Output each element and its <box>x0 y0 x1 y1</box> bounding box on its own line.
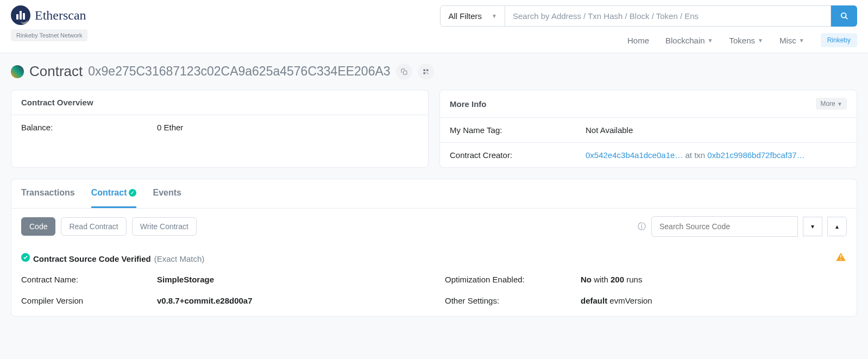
rinkeby-badge[interactable]: Rinkeby <box>821 33 857 47</box>
nav-misc[interactable]: Misc ▼ <box>779 36 804 45</box>
qr-button[interactable] <box>418 64 434 80</box>
nav-tokens[interactable]: Tokens ▼ <box>729 36 763 45</box>
logo[interactable]: Etherscan <box>11 5 87 25</box>
search-icon <box>840 12 848 20</box>
overview-card: Contract Overview Balance: 0 Ether <box>11 90 429 168</box>
nametag-label: My Name Tag: <box>450 125 586 135</box>
chevron-down-icon: ▼ <box>492 13 497 19</box>
contract-name-label: Contract Name: <box>21 275 157 284</box>
settings-label: Other Settings: <box>445 296 581 305</box>
more-button[interactable]: More ▼ <box>816 98 847 110</box>
optimization-value: No with 200 runs <box>581 275 642 284</box>
chevron-down-icon: ▼ <box>758 37 763 43</box>
svg-rect-6 <box>426 72 427 73</box>
search-button[interactable] <box>831 5 857 27</box>
svg-line-1 <box>845 17 847 19</box>
nav-home[interactable]: Home <box>627 36 649 45</box>
verified-label: Contract Source Code Verified <box>33 254 151 263</box>
nametag-value: Not Available <box>586 125 847 135</box>
subtab-read[interactable]: Read Contract <box>61 217 126 236</box>
creator-value: 0x542e4c3b4a1dce0a1e… at txn 0xb21c9986b… <box>586 150 847 160</box>
filter-dropdown[interactable]: All Filters ▼ <box>440 5 505 27</box>
logo-text: Etherscan <box>35 8 86 23</box>
contract-name-value: SimpleStorage <box>157 275 214 284</box>
help-icon[interactable]: ⓘ <box>638 222 646 232</box>
expand-button[interactable]: ▾ <box>803 217 822 236</box>
creator-txn-link[interactable]: 0xb21c9986bd72fbcaf37… <box>707 150 804 160</box>
copy-button[interactable] <box>396 64 412 80</box>
chevron-down-icon: ▼ <box>708 37 713 43</box>
moreinfo-title: More Info <box>450 99 487 109</box>
compiler-value: v0.8.7+commit.e28d00a7 <box>157 296 253 305</box>
svg-rect-5 <box>423 72 425 74</box>
copy-icon <box>401 68 407 75</box>
contract-identicon <box>11 65 24 78</box>
network-badge: Rinkeby Testnet Network <box>11 29 87 41</box>
page-title: Contract <box>29 63 83 80</box>
chevron-up-icon: ▴ <box>835 223 839 230</box>
source-search-input[interactable] <box>651 216 798 237</box>
optimization-label: Optimization Enabled: <box>445 275 581 284</box>
creator-address-link[interactable]: 0x542e4c3b4a1dce0a1e… <box>586 150 683 160</box>
overview-title: Contract Overview <box>21 98 93 107</box>
qr-icon <box>423 68 429 75</box>
svg-rect-3 <box>423 69 425 71</box>
search-input[interactable] <box>505 5 831 27</box>
chevron-down-icon: ▾ <box>811 223 814 230</box>
svg-rect-2 <box>403 71 407 74</box>
creator-label: Contract Creator: <box>450 150 586 160</box>
collapse-button[interactable]: ▴ <box>827 217 847 236</box>
svg-rect-4 <box>426 69 429 71</box>
warning-icon[interactable] <box>835 251 847 266</box>
nav-blockchain[interactable]: Blockchain ▼ <box>665 36 713 45</box>
balance-label: Balance: <box>21 123 157 132</box>
settings-value: default evmVersion <box>581 296 652 305</box>
tab-events[interactable]: Events <box>153 179 181 208</box>
filter-label: All Filters <box>448 11 482 21</box>
verified-check-icon: ✓ <box>129 189 136 197</box>
compiler-label: Compiler Version <box>21 296 157 305</box>
verified-match: (Exact Match) <box>154 254 205 263</box>
tab-transactions[interactable]: Transactions <box>21 179 75 208</box>
chevron-down-icon: ▼ <box>799 37 804 43</box>
tab-contract[interactable]: Contract ✓ <box>91 179 137 208</box>
contract-address: 0x9e275C31687123c02CA9a625a4576C334EE206… <box>88 64 390 79</box>
check-circle-icon <box>21 253 30 264</box>
chevron-down-icon: ▼ <box>837 101 842 107</box>
svg-point-0 <box>841 13 846 18</box>
svg-rect-7 <box>427 73 429 74</box>
logo-icon <box>11 5 30 25</box>
moreinfo-card: More Info More ▼ My Name Tag: Not Availa… <box>439 90 857 168</box>
subtab-write[interactable]: Write Contract <box>132 217 197 236</box>
subtab-code[interactable]: Code <box>21 217 55 236</box>
balance-value: 0 Ether <box>157 123 418 132</box>
